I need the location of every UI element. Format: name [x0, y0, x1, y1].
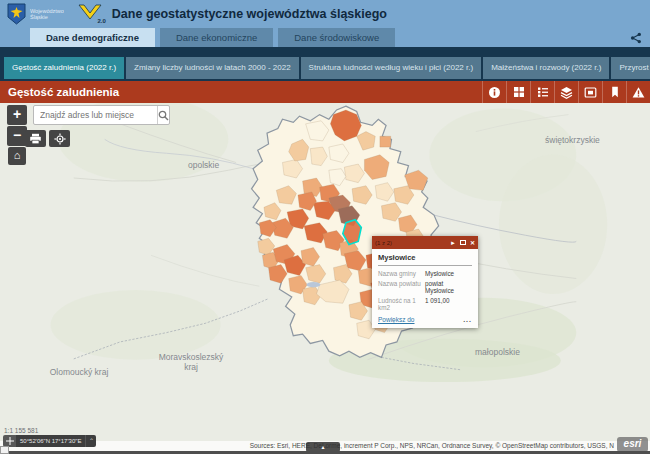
zoom-out-button[interactable]: − — [7, 126, 27, 146]
popup-maximize-icon[interactable] — [460, 240, 466, 245]
popup-next-icon[interactable]: ► — [450, 240, 456, 246]
sub-tab-bar: Gęstość zaludnienia (2022 r.) Zmiany lic… — [0, 47, 650, 81]
resize-handle[interactable] — [0, 446, 9, 454]
search-input[interactable] — [34, 106, 157, 124]
more-options-button[interactable]: ... — [463, 316, 472, 323]
subtab-przyrost-naturalny[interactable]: Przyrost naturalny (2022 r.) — [611, 57, 650, 79]
search-icon[interactable] — [157, 106, 169, 124]
apps-icon[interactable] — [506, 81, 530, 103]
main-tab-bar: Dane demograficzne Dane ekonomiczne Dane… — [0, 28, 650, 47]
zoom-in-button[interactable]: + — [7, 105, 27, 125]
subtab-zmiany-liczby-ludnosci[interactable]: Zmiany liczby ludności w latach 2000 - 2… — [126, 57, 299, 79]
v2-logo-icon: 2.0 — [78, 4, 104, 24]
feature-popup: (1 z 2) ► ✕ Mysłowice Nazwa gminy Mysłow… — [372, 236, 478, 328]
field-label: Ludność na 1 km2 — [378, 297, 425, 311]
popup-field-row: Nazwa gminy Mysłowice — [378, 270, 472, 277]
subtab-struktura-ludnosci[interactable]: Struktura ludności według wieku i płci (… — [301, 57, 482, 79]
popup-pager: (1 z 2) — [375, 240, 446, 246]
field-label: Nazwa gminy — [378, 270, 425, 277]
zoom-to-link[interactable]: Powiększ do — [378, 316, 463, 323]
field-value: powiat Mysłowice — [425, 280, 472, 294]
app-header: Województwo Śląskie 2.0 Dane geostatysty… — [0, 0, 650, 28]
subtab-malzenstwa-rozwody[interactable]: Małżeństwa i rozwody (2022 r.) — [483, 57, 609, 79]
print-button[interactable] — [25, 130, 46, 147]
crest-title: Województwo Śląskie — [30, 8, 64, 21]
popup-footer: Powiększ do ... — [378, 316, 472, 323]
map-area: opolskie świętokrzyskie małopolskie Mora… — [0, 103, 650, 454]
coordinate-expand-icon[interactable]: ⌃ — [85, 435, 96, 447]
share-icon[interactable] — [628, 30, 644, 45]
bookmarks-icon[interactable] — [602, 81, 626, 103]
map-canvas[interactable] — [0, 103, 650, 454]
v2-version: 2.0 — [98, 18, 106, 24]
widget-title: Gęstość zaludnienia — [8, 86, 482, 98]
widget-icons — [482, 81, 650, 103]
search-box — [33, 105, 170, 125]
field-value: 1 091,00 — [425, 297, 472, 311]
coordinate-widget: 50°52'06"N 17°17'30"E ⌃ — [3, 435, 96, 447]
esri-logo: esri — [617, 437, 648, 452]
basemap-icon[interactable] — [578, 81, 602, 103]
printer-icon — [29, 133, 42, 145]
coordinates-readout: 50°52'06"N 17°17'30"E — [16, 435, 85, 447]
legend-icon[interactable] — [530, 81, 554, 103]
popup-field-row: Ludność na 1 km2 1 091,00 — [378, 297, 472, 311]
field-label: Nazwa powiatu — [378, 280, 425, 294]
location-icon — [54, 133, 66, 145]
voivodeship-crest-icon — [7, 3, 26, 25]
popup-title: Mysłowice — [378, 253, 472, 266]
layers-icon[interactable] — [554, 81, 578, 103]
field-value: Mysłowice — [425, 270, 472, 277]
attribution-text: Sources: Esri, HERE, DeLorme, increment … — [250, 442, 614, 449]
warning-icon[interactable] — [626, 81, 650, 103]
locate-button[interactable] — [49, 130, 70, 147]
info-icon[interactable] — [482, 81, 506, 103]
widget-bar: Gęstość zaludnienia — [0, 81, 650, 103]
subtab-gestosc-zaludnienia[interactable]: Gęstość zaludnienia (2022 r.) — [4, 57, 124, 79]
tab-dane-srodowiskowe[interactable]: Dane środowiskowe — [278, 28, 395, 47]
popup-field-row: Nazwa powiatu powiat Mysłowice — [378, 280, 472, 294]
tab-dane-demograficzne[interactable]: Dane demograficzne — [30, 28, 155, 47]
map-scale: 1:1 155 581 — [4, 427, 38, 434]
page-title: Dane geostatystyczne województwa śląskie… — [112, 7, 387, 21]
app-window: Województwo Śląskie 2.0 Dane geostatysty… — [0, 0, 650, 454]
home-button[interactable]: ⌂ — [8, 147, 26, 165]
popup-close-icon[interactable]: ✕ — [470, 240, 475, 246]
popup-body: Mysłowice Nazwa gminy Mysłowice Nazwa po… — [372, 249, 478, 328]
tab-dane-ekonomiczne[interactable]: Dane ekonomiczne — [160, 28, 273, 47]
popup-header: (1 z 2) ► ✕ — [372, 236, 478, 249]
